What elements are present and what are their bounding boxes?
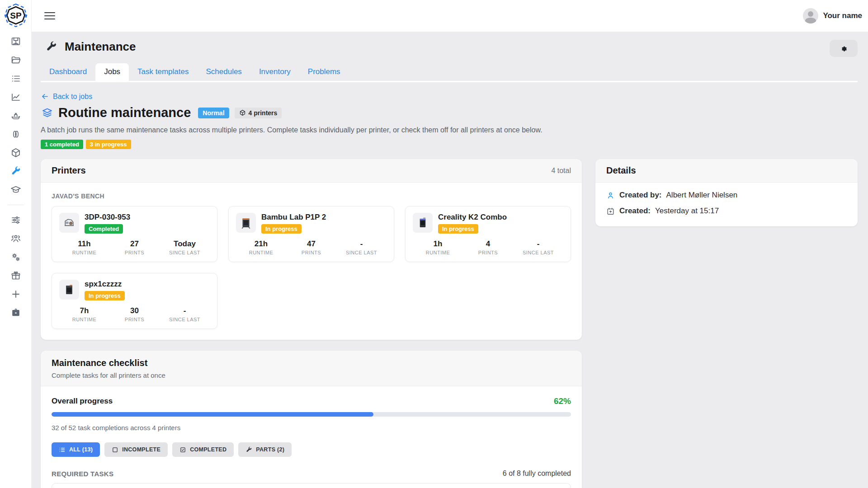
- page-header: Maintenance: [41, 40, 858, 57]
- tab-dashboard[interactable]: Dashboard: [41, 63, 95, 81]
- tab-jobs[interactable]: Jobs: [95, 63, 129, 81]
- sidebar-item-rewards[interactable]: [7, 270, 25, 281]
- tab-bar: Dashboard Jobs Task templates Schedules …: [41, 63, 858, 82]
- printers-card: Printers 4 total JAVAD'S BENCH: [41, 159, 582, 340]
- sidebar-nav: [7, 36, 25, 318]
- sidebar-item-preferences[interactable]: [7, 215, 25, 225]
- person-icon: [606, 191, 615, 200]
- printer-card-2[interactable]: Bambu Lab P1P 2 In progress 21hRUNTIME 4…: [228, 206, 394, 262]
- sidebar-item-files[interactable]: [7, 55, 25, 66]
- printer-name: Creality K2 Combo: [438, 213, 507, 222]
- details-card-header: Details: [595, 159, 858, 183]
- gear-icon: [840, 45, 848, 52]
- printer-name: spx1czzzz: [85, 280, 125, 289]
- progress-bar-track: [52, 412, 571, 417]
- printer-count-badge: 4 printers: [235, 108, 282, 118]
- sidebar-item-users[interactable]: [7, 233, 25, 244]
- briefcase-icon: [10, 307, 21, 318]
- printers-total: 4 total: [551, 167, 571, 175]
- page-title: Maintenance: [65, 40, 136, 54]
- details-title: Details: [606, 165, 636, 176]
- sidebar-item-models[interactable]: [7, 147, 25, 158]
- checklist-card: Maintenance checklist Complete tasks for…: [41, 351, 582, 488]
- cube-icon: [10, 147, 21, 158]
- sidebar-item-add[interactable]: [7, 289, 25, 300]
- tab-inventory[interactable]: Inventory: [250, 63, 299, 81]
- details-card: Details Created by: Albert Møller Nielse…: [595, 159, 858, 226]
- sidebar-item-filament[interactable]: [7, 129, 25, 140]
- right-pane: Your name Maintenance: [32, 0, 868, 488]
- chart-icon: [10, 92, 21, 103]
- in-progress-pill: 3 in progress: [86, 140, 131, 149]
- list-icon: [59, 446, 66, 453]
- printer-card-1[interactable]: 3DP-030-953 Completed 11hRUNTIME 27PRINT…: [52, 206, 217, 262]
- wrench-icon: [245, 446, 252, 453]
- progress-caption: 32 of 52 task completions across 4 print…: [52, 424, 571, 432]
- sidebar-item-settings[interactable]: [7, 252, 25, 263]
- job-title: Routine maintenance: [58, 105, 191, 120]
- filter-incomplete-button[interactable]: INCOMPLETE: [104, 442, 168, 457]
- sidebar-item-statistics[interactable]: [7, 92, 25, 103]
- task-row[interactable]: – Something whatever 1/4: [52, 483, 571, 488]
- user-name: Your name: [823, 11, 862, 20]
- overall-progress-percent: 62%: [554, 396, 571, 406]
- printer-photo: [236, 213, 256, 233]
- user-menu[interactable]: Your name: [803, 8, 862, 23]
- plus-icon: [10, 289, 21, 300]
- list-icon: [10, 73, 21, 84]
- app-logo[interactable]: SP: [3, 3, 28, 28]
- graduation-cap-icon: [10, 184, 21, 195]
- printer-name: Bambu Lab P1P 2: [261, 213, 326, 222]
- printer-photo: [59, 213, 79, 233]
- printer-status-badge: In progress: [438, 224, 478, 234]
- printer-card-4[interactable]: spx1czzzz In progress 7hRUNTIME 30PRINTS…: [52, 273, 217, 329]
- overall-progress-label: Overall progress: [52, 397, 113, 406]
- logo-text: SP: [10, 11, 22, 20]
- created-by-row: Created by: Albert Møller Nielsen: [606, 191, 847, 200]
- tab-problems[interactable]: Problems: [299, 63, 349, 81]
- tab-schedules[interactable]: Schedules: [197, 63, 250, 81]
- printers-card-header: Printers 4 total: [41, 159, 582, 183]
- checklist-subtitle: Complete tasks for all printers at once: [52, 371, 571, 379]
- filter-all-button[interactable]: ALL (13): [52, 442, 100, 457]
- printer-card-3[interactable]: Creality K2 Combo In progress 1hRUNTIME …: [405, 206, 571, 262]
- tab-task-templates[interactable]: Task templates: [129, 63, 197, 81]
- filament-icon: [10, 129, 21, 140]
- gift-icon: [10, 270, 21, 281]
- printer-grid: 3DP-030-953 Completed 11hRUNTIME 27PRINT…: [52, 206, 571, 329]
- sidebar-item-test-print[interactable]: [7, 110, 25, 121]
- menu-toggle-icon[interactable]: [44, 12, 55, 19]
- back-to-jobs-link[interactable]: Back to jobs: [41, 92, 92, 101]
- filter-parts-button[interactable]: PARTS (2): [238, 442, 292, 457]
- settings-button[interactable]: [830, 40, 858, 57]
- layers-icon: [42, 107, 53, 118]
- checklist-header: Maintenance checklist Complete tasks for…: [41, 351, 582, 386]
- sidebar-item-academy[interactable]: [7, 184, 25, 195]
- printer-photo: [413, 213, 433, 233]
- job-status-pills: 1 completed 3 in progress: [41, 140, 858, 149]
- printers-card-title: Printers: [52, 165, 86, 176]
- topbar: Your name: [32, 0, 868, 32]
- sidebar-item-maintenance[interactable]: [7, 166, 25, 177]
- maintenance-wrench-icon: [45, 41, 57, 53]
- arrow-left-icon: [41, 92, 49, 101]
- wrench-icon: [10, 166, 21, 177]
- main-column: Printers 4 total JAVAD'S BENCH: [41, 159, 582, 488]
- created-row: Created: Yesterday at 15:17: [606, 206, 847, 216]
- users-icon: [10, 233, 21, 244]
- checklist-title: Maintenance checklist: [52, 358, 571, 368]
- sidebar-item-printers[interactable]: [7, 36, 25, 47]
- side-column: Details Created by: Albert Møller Nielse…: [595, 159, 858, 488]
- sidebar-item-queue[interactable]: [7, 73, 25, 84]
- created-by-value: Albert Møller Nielsen: [666, 191, 738, 200]
- progress-fill: [52, 412, 373, 417]
- filter-completed-button[interactable]: COMPLETED: [172, 442, 234, 457]
- required-tasks-label: REQUIRED TASKS: [52, 470, 113, 478]
- app-root: SP: [0, 0, 868, 488]
- checkbox-empty-icon: [112, 446, 118, 453]
- printer-name: 3DP-030-953: [85, 213, 130, 222]
- job-description: A batch job runs the same maintenance ta…: [41, 126, 858, 134]
- printer-photo: [59, 280, 79, 300]
- sidebar-item-workspace[interactable]: [7, 307, 25, 318]
- printer-icon: [10, 36, 21, 47]
